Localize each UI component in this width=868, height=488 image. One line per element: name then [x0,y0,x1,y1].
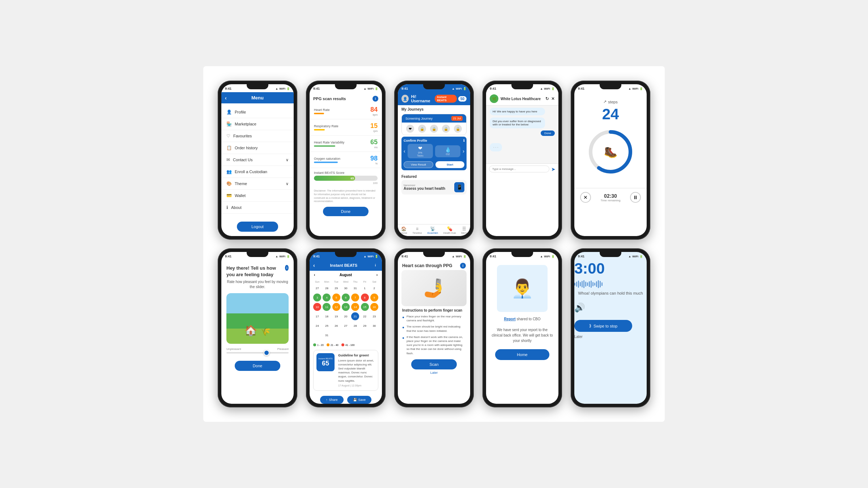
cal-cell[interactable]: 24 [313,322,321,330]
info-icon-scan[interactable]: i [460,263,466,269]
cal-cell[interactable]: 7 [351,294,359,301]
cal-cell[interactable]: 3 [313,294,321,301]
carousel-prev[interactable]: ‹ [404,148,405,154]
featured-card[interactable]: Nanomeer Assess you heart health 📱 [401,180,467,194]
carousel-next[interactable]: › [463,148,464,154]
cal-cell[interactable]: 31 [323,331,331,339]
cal-cell[interactable]: 6 [342,294,350,301]
cal-cell[interactable]: 20 [342,312,350,320]
close-icon[interactable]: ✕ [551,96,555,101]
cal-cell[interactable]: 30 [342,284,350,292]
done-button-mood[interactable]: Done [235,361,280,371]
cal-row-1: 27 28 29 30 31 1 2 [312,284,379,292]
scan-button[interactable]: Scan [411,359,456,369]
cal-cell[interactable]: 10 [313,303,321,311]
home-button[interactable]: Home [495,349,549,360]
prev-month-button[interactable]: ‹ [314,273,315,277]
cal-cell[interactable]: 15 [361,303,369,311]
menu-item-marketplace[interactable]: 🏪Marketplace [221,118,294,130]
cal-cell[interactable]: 4 [323,294,331,301]
nav-health-hub[interactable]: 💊 Health Hub [443,226,456,234]
cal-cell[interactable]: 14 [351,303,359,311]
report-content: 👨‍💼 Report shared to CBO We have sent yo… [486,260,558,365]
cal-cell[interactable]: 17 [313,312,321,320]
cal-cell[interactable]: 8 [361,294,369,301]
cal-cell[interactable]: 19 [332,312,340,320]
report-link[interactable]: Report [504,317,515,321]
cal-cell[interactable]: 1 [361,284,369,292]
info-icon-confirm[interactable]: ℹ [463,139,464,142]
cal-cell-active[interactable]: 21 [351,312,359,320]
swipe-to-stop-button[interactable]: ⟫ Swipe to stop [574,320,632,332]
mood-slider[interactable] [226,352,289,354]
start-button[interactable]: Start [435,161,464,168]
app-grid: 9:41 ▲WiFi🔋 ‹ Menu 👤Profile 🏪Marketplace [203,66,665,422]
calendar-nav: ‹ August › [310,271,382,279]
info-icon-mood[interactable]: i [285,265,289,271]
menu-item-profile[interactable]: 👤Profile [221,106,294,118]
nav-scan[interactable]: 📡 iScanNkh [427,226,438,234]
nav-timeline[interactable]: ≡ Timeline [412,226,422,234]
wave-bar [580,282,581,286]
info-icon-beats[interactable]: i [373,262,378,268]
send-icon[interactable]: ➤ [551,166,556,172]
menu-item-wallet[interactable]: 💳Wallet [221,190,294,202]
refresh-icon[interactable]: ↻ [545,96,549,101]
cal-cell[interactable]: 25 [323,322,331,330]
back-button-7[interactable]: ‹ [313,262,315,268]
cal-cell[interactable]: 22 [361,312,369,320]
cal-cell[interactable] [313,331,321,339]
save-button[interactable]: 💾 Save [347,396,372,404]
cal-cell[interactable]: 5 [332,294,340,301]
later-text[interactable]: Later [574,335,647,339]
cal-cell[interactable]: 29 [361,322,369,330]
menu-item-theme[interactable]: 🎨Theme ∨ [221,178,294,190]
next-month-button[interactable]: › [376,273,378,277]
done-chip[interactable]: Done [541,130,555,136]
speaker-icon[interactable]: 🔊 [574,303,647,313]
cal-cell[interactable]: 18 [323,312,331,320]
pause-timer-button[interactable]: ⏸ [630,192,641,203]
done-button-ppg[interactable]: Done [323,207,369,216]
cal-cell[interactable]: 12 [332,303,340,311]
nav-home[interactable]: 🏠 Home [400,226,407,234]
chat-input-field[interactable] [489,166,549,172]
menu-item-about[interactable]: ℹAbout [221,202,294,214]
cal-cell[interactable]: 27 [342,322,350,330]
chat-name: White Lotus Healthcare [501,97,541,101]
cancel-timer-button[interactable]: ✕ [580,192,591,203]
scan-icon: 📡 [430,226,435,231]
cal-cell[interactable]: 16 [370,303,378,311]
menu-item-order-history[interactable]: 📋Order history [221,142,294,154]
cal-cell[interactable]: 29 [332,284,340,292]
cal-cell[interactable]: 30 [370,322,378,330]
journey-top-bar: 👤 Hi! Username Instant BEATS 50 [398,92,470,105]
cal-cell[interactable]: 11 [323,303,331,311]
menu-item-contact[interactable]: ✉Contact Us ∨ [221,154,294,166]
menu-item-favourites[interactable]: ♡Favourites [221,130,294,142]
cal-cell[interactable]: 13 [342,303,350,311]
cal-cell[interactable]: 9 [370,294,378,301]
slider-thumb[interactable] [264,350,269,356]
menu-label-wallet: Wallet [235,193,246,198]
back-button-1[interactable]: ‹ [225,95,227,101]
cal-cell[interactable]: 28 [351,322,359,330]
nav-menu[interactable]: ☰ Menu [461,226,468,234]
later-link[interactable]: Later [398,371,470,376]
info-icon-ppg[interactable]: i [373,96,378,102]
instructions-title: Instructions to perform finger scan [398,306,470,313]
share-button[interactable]: ↑ Share [320,396,344,404]
view-result-button[interactable]: View Result [404,161,433,168]
phone-menu: 9:41 ▲WiFi🔋 ‹ Menu 👤Profile 🏪Marketplace [218,81,297,240]
cal-cell[interactable]: 23 [370,312,378,320]
logout-button[interactable]: Logout [237,222,278,232]
menu-item-custodian[interactable]: 👥Enroll a Custodian [221,166,294,178]
cal-cell[interactable]: 28 [323,284,331,292]
cal-cell[interactable]: 2 [370,284,378,292]
wave-bar [578,281,579,288]
bullet-2: ● [402,325,404,330]
cal-cell[interactable]: 26 [332,322,340,330]
cal-cell[interactable]: 31 [351,284,359,292]
time-7: 9:41 [313,254,320,258]
cal-cell[interactable]: 27 [313,284,321,292]
